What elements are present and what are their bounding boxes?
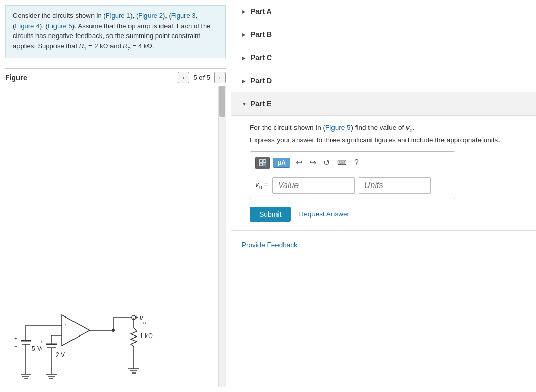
svg-text:+: +: [40, 339, 43, 345]
svg-marker-12: [62, 315, 90, 346]
matrix-icon: [259, 159, 266, 167]
part-e-arrow: ▼: [242, 101, 247, 107]
part-a-row[interactable]: ▶ Part A: [231, 0, 536, 23]
part-e-label: Part E: [251, 100, 271, 108]
redo-button[interactable]: ↪: [307, 157, 318, 169]
matrix-button[interactable]: [255, 157, 270, 169]
action-row: Submit Request Answer: [250, 207, 526, 222]
svg-rect-45: [260, 163, 262, 166]
part-c-arrow: ▶: [242, 55, 247, 61]
part-d-row[interactable]: ▶ Part D: [231, 69, 536, 92]
right-panel: ▶ Part A ▶ Part B ▶ Part C ▶ Part D ▼ Pa…: [231, 0, 536, 392]
part-e-row[interactable]: ▼ Part E: [231, 92, 536, 116]
circuit-diagram: + − 5 V + −: [5, 86, 226, 387]
svg-text:+: +: [135, 314, 138, 320]
units-input[interactable]: [359, 177, 431, 194]
answer-box: μA ↩ ↪ ↺ ⌨ ? vo =: [250, 151, 455, 199]
part-e-content: For the circuit shown in (Figure 5) find…: [231, 116, 536, 231]
request-answer-link[interactable]: Request Answer: [299, 210, 349, 218]
left-panel: Consider the circuits shown in (Figure 1…: [0, 0, 231, 392]
keyboard-button[interactable]: ⌨: [335, 158, 349, 167]
help-button[interactable]: ?: [352, 157, 361, 169]
figure4-link[interactable]: Figure 4: [15, 22, 40, 30]
part-e-figure-link[interactable]: Figure 5: [325, 124, 351, 132]
svg-rect-43: [260, 160, 262, 162]
part-b-label: Part B: [251, 30, 272, 39]
prev-figure-button[interactable]: ‹: [178, 72, 189, 83]
part-e-question: For the circuit shown in (Figure 5) find…: [250, 124, 526, 133]
svg-rect-44: [263, 160, 266, 162]
submit-button[interactable]: Submit: [250, 207, 291, 222]
figure-nav: ‹ 5 of 5 ›: [178, 72, 226, 83]
figure-label: Figure: [5, 73, 27, 82]
svg-text:1 kΩ: 1 kΩ: [140, 332, 153, 340]
svg-text:+: +: [14, 335, 17, 341]
value-input[interactable]: [272, 177, 355, 194]
svg-text:−: −: [64, 332, 67, 338]
next-figure-button[interactable]: ›: [214, 72, 226, 83]
part-d-arrow: ▶: [242, 78, 247, 84]
input-row: vo =: [255, 177, 450, 194]
svg-rect-46: [263, 163, 266, 166]
scrollbar-track[interactable]: [218, 86, 226, 387]
figure2-link[interactable]: Figure 2: [138, 12, 163, 20]
undo-button[interactable]: ↩: [293, 157, 304, 169]
part-b-row[interactable]: ▶ Part B: [231, 23, 536, 46]
refresh-button[interactable]: ↺: [321, 157, 332, 169]
figure5-link[interactable]: Figure 5: [48, 22, 72, 30]
svg-text:2 V: 2 V: [56, 351, 65, 359]
svg-text:v: v: [140, 314, 143, 322]
part-d-label: Part D: [251, 77, 272, 85]
svg-text:+: +: [64, 322, 67, 328]
svg-text:−: −: [135, 354, 138, 360]
figure-area: Figure ‹ 5 of 5 › + −: [0, 63, 231, 392]
vo-label: vo =: [255, 180, 268, 190]
part-c-row[interactable]: ▶ Part C: [231, 46, 536, 69]
figure-counter: 5 of 5: [193, 73, 210, 81]
part-a-arrow: ▶: [242, 9, 247, 14]
svg-text:o: o: [143, 320, 146, 325]
figure3-link[interactable]: Figure 3: [171, 12, 196, 20]
scrollbar-thumb[interactable]: [219, 86, 225, 117]
unit-button[interactable]: μA: [273, 158, 290, 168]
answer-toolbar: μA ↩ ↪ ↺ ⌨ ?: [255, 157, 450, 172]
part-e-instruction: Express your answer to three significant…: [250, 136, 526, 144]
problem-statement: Consider the circuits shown in (Figure 1…: [5, 5, 226, 58]
provide-feedback-link[interactable]: Provide Feedback: [231, 231, 536, 259]
part-a-label: Part A: [251, 7, 272, 15]
circuit-svg: + − 5 V + −: [10, 289, 185, 382]
svg-text:−: −: [14, 343, 17, 349]
part-c-label: Part C: [251, 53, 272, 62]
part-b-arrow: ▶: [242, 32, 247, 38]
svg-text:+: +: [40, 346, 43, 352]
figure1-link[interactable]: Figure 1: [106, 12, 131, 20]
figure-header: Figure ‹ 5 of 5 ›: [5, 68, 226, 86]
